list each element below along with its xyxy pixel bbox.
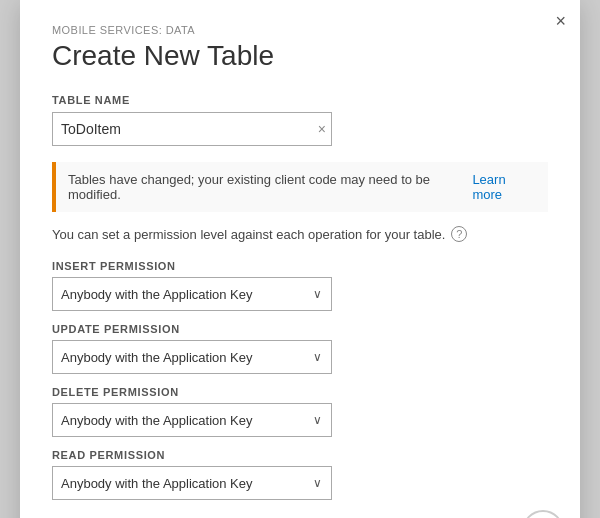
permission-select-1[interactable]: Anybody with the Application KeyOnly Aut… [52,340,332,374]
permission-description: You can set a permission level against e… [52,226,548,242]
create-table-dialog: × Mobile Services: Data Create New Table… [20,0,580,518]
permission-group-0: Insert PermissionAnybody with the Applic… [52,260,548,311]
permission-select-wrap-2: Anybody with the Application KeyOnly Aut… [52,403,332,437]
permission-group-3: Read PermissionAnybody with the Applicat… [52,449,548,500]
table-name-input[interactable] [52,112,332,146]
warning-text: Tables have changed; your existing clien… [68,172,468,202]
permission-label-2: Delete Permission [52,386,548,398]
permission-select-0[interactable]: Anybody with the Application KeyOnly Aut… [52,277,332,311]
permission-label-0: Insert Permission [52,260,548,272]
permission-select-wrap-0: Anybody with the Application KeyOnly Aut… [52,277,332,311]
close-button[interactable]: × [555,12,566,30]
table-name-field-wrap: × [52,112,548,146]
permission-group-1: Update PermissionAnybody with the Applic… [52,323,548,374]
permission-select-2[interactable]: Anybody with the Application KeyOnly Aut… [52,403,332,437]
permission-select-3[interactable]: Anybody with the Application KeyOnly Aut… [52,466,332,500]
permission-group-2: Delete PermissionAnybody with the Applic… [52,386,548,437]
dialog-subtitle: Mobile Services: Data [52,24,548,36]
permission-label-3: Read Permission [52,449,548,461]
confirm-button[interactable]: ✓ [522,510,564,518]
permission-label-1: Update Permission [52,323,548,335]
permission-select-wrap-3: Anybody with the Application KeyOnly Aut… [52,466,332,500]
table-name-label: Table Name [52,94,548,106]
learn-more-link[interactable]: Learn more [472,172,536,202]
clear-table-name-button[interactable]: × [318,122,326,136]
help-icon[interactable]: ? [451,226,467,242]
dialog-title: Create New Table [52,40,548,72]
warning-banner: Tables have changed; your existing clien… [52,162,548,212]
permissions-container: Insert PermissionAnybody with the Applic… [52,260,548,500]
permission-select-wrap-1: Anybody with the Application KeyOnly Aut… [52,340,332,374]
